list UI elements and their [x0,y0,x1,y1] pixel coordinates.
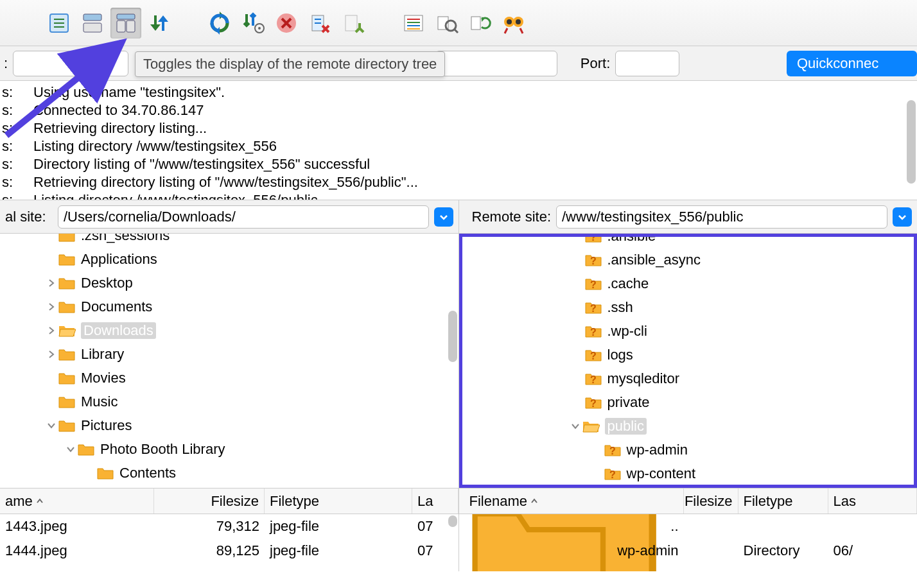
remote-path-input[interactable] [556,205,887,229]
svg-rect-6 [117,14,135,19]
tree-item-private[interactable]: ?private [462,390,914,414]
local-list-scrollbar[interactable] [448,515,457,527]
col-filetype-r[interactable]: Filetype [738,489,828,514]
quickconnect-button[interactable]: Quickconnec [787,51,917,76]
remote-path-dropdown[interactable] [893,207,912,227]
sort-asc-icon [35,493,44,510]
local-tree-scrollbar[interactable] [448,311,457,362]
compare-button[interactable] [465,8,496,39]
toggle-transfer-queue-button[interactable] [144,8,175,39]
file-row[interactable]: 1444.jpeg89,125jpeg-file07 [0,539,459,563]
tree-item-wp-admin[interactable]: ?wp-admin [462,438,914,462]
filter-button[interactable] [432,8,462,39]
tree-item--zsh-sessions[interactable]: .zsh_sessions [0,234,459,247]
toggle-message-log-button[interactable] [77,8,108,39]
expand-icon[interactable] [569,422,582,431]
svg-text:?: ? [590,279,597,290]
expand-icon[interactable] [45,279,58,288]
search-button[interactable] [498,8,529,39]
tree-item--cache[interactable]: ?.cache [462,272,914,295]
col-filesize[interactable]: Filesize [154,489,265,514]
host-input[interactable] [13,51,128,76]
tree-item-downloads[interactable]: Downloads [0,318,459,342]
tree-item-pictures[interactable]: Pictures [0,413,459,437]
expand-icon[interactable] [45,421,58,430]
remote-tree-highlighted: ?.ansible?.ansible_async?.cache?.ssh?.wp… [459,234,918,488]
log-line: s:Retrieving directory listing... [0,119,917,137]
local-path-dropdown[interactable] [434,207,453,227]
remote-site-label: Remote site: [464,209,552,225]
file-row[interactable]: 1443.jpeg79,312jpeg-file07 [0,514,459,539]
tree-item-mysqleditor[interactable]: ?mysqleditor [462,367,914,390]
tree-item--wp-cli[interactable]: ?.wp-cli [462,319,914,343]
toolbar-tooltip: Toggles the display of the remote direct… [135,51,445,77]
remote-file-list[interactable]: Filename Filesize Filetype Las ..wp-admi… [459,488,918,571]
message-log[interactable]: s:Using username "testingsitex".s:Connec… [0,81,917,200]
local-site-label: al site: [5,209,53,225]
svg-text:?: ? [609,469,616,480]
local-tree[interactable]: .zsh_sessionsApplicationsDesktopDocument… [0,234,459,488]
tree-item--ssh[interactable]: ?.ssh [462,295,914,319]
svg-rect-15 [345,15,357,31]
svg-text:?: ? [590,398,597,409]
tree-item-library[interactable]: Library [0,342,459,366]
svg-text:?: ? [590,374,597,385]
tree-item-logs[interactable]: ?logs [462,343,914,367]
directory-listing-button[interactable] [398,8,429,39]
tree-item-applications[interactable]: Applications [0,247,459,271]
reconnect-button[interactable] [338,8,369,39]
svg-rect-7 [117,21,125,32]
tree-item-photo-booth-library[interactable]: Photo Booth Library [0,437,459,461]
col-filename-r[interactable]: Filename [459,489,684,514]
expand-icon[interactable] [64,445,77,454]
local-path-input[interactable] [58,205,429,229]
site-manager-button[interactable] [44,8,74,39]
tree-item-documents[interactable]: Documents [0,295,459,318]
local-pane: al site: .zsh_sessionsApplicationsDeskto… [0,200,459,488]
svg-text:?: ? [590,255,597,266]
log-line: s:Connected to 34.70.86.147 [0,101,917,119]
svg-text:?: ? [590,303,597,314]
main-toolbar [0,0,917,46]
tree-item-desktop[interactable]: Desktop [0,271,459,295]
host-label: : [0,55,8,72]
password-input[interactable] [435,51,557,76]
sort-asc-icon [530,493,539,510]
toggle-remote-tree-button[interactable] [110,8,141,39]
tree-item-contents[interactable]: Contents [0,461,459,485]
expand-icon[interactable] [45,326,58,335]
tree-item--ansible-async[interactable]: ?.ansible_async [462,248,914,272]
cancel-button[interactable] [271,8,302,39]
svg-rect-4 [83,14,101,21]
svg-rect-8 [127,21,135,32]
tree-item--ansible[interactable]: ?.ansible [462,234,914,248]
remote-tree[interactable]: ?.ansible?.ansible_async?.cache?.ssh?.wp… [462,237,914,485]
expand-icon[interactable] [45,350,58,359]
log-line: s:Using username "testingsitex". [0,83,917,101]
svg-text:?: ? [590,234,597,243]
col-lastmod-r[interactable]: Las [828,489,918,514]
tree-item-wp-content[interactable]: ?wp-content [462,462,914,485]
col-filetype[interactable]: Filetype [265,489,412,514]
col-lastmod[interactable]: La [412,489,459,514]
log-scrollbar[interactable] [907,100,916,184]
tree-item-public[interactable]: public [462,414,914,438]
local-list-header: ame Filesize Filetype La [0,489,459,514]
svg-text:?: ? [609,445,616,456]
col-filename[interactable]: ame [0,489,154,514]
tree-item-movies[interactable]: Movies [0,366,459,390]
process-queue-button[interactable] [238,8,268,39]
svg-text:?: ? [590,350,597,361]
local-site-bar: al site: [0,200,459,234]
refresh-button[interactable] [204,8,235,39]
disconnect-button[interactable] [304,8,335,39]
file-row[interactable]: wp-adminDirectory06/ [459,539,918,563]
port-label: Port: [581,55,610,72]
tree-item-music[interactable]: Music [0,390,459,413]
local-file-list[interactable]: ame Filesize Filetype La 1443.jpeg79,312… [0,488,459,571]
col-filesize-r[interactable]: Filesize [684,489,738,514]
expand-icon[interactable] [45,302,58,311]
svg-rect-5 [83,23,101,32]
log-line: s:Listing directory /www/testingsitex_55… [0,137,917,155]
port-input[interactable] [615,51,679,76]
